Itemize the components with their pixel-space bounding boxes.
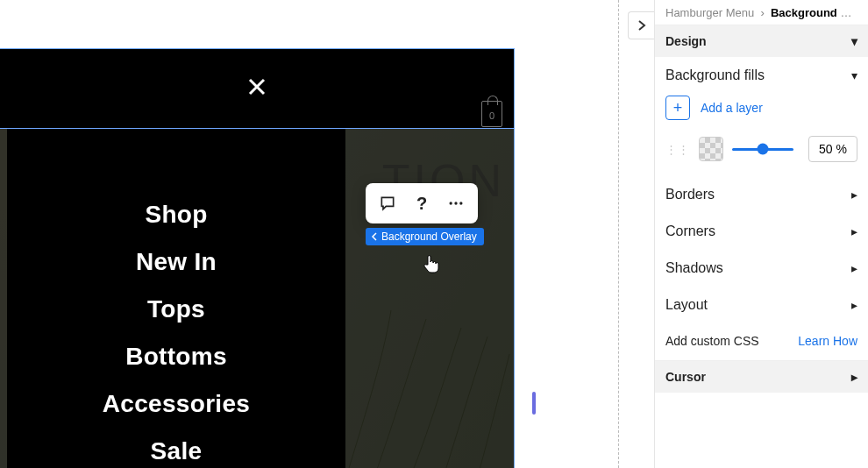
borders-label: Borders	[665, 187, 715, 202]
breadcrumb-parent[interactable]: Hamburger Menu	[665, 6, 754, 19]
caret-down-icon: ▾	[851, 68, 857, 82]
menu-item-new-in[interactable]: New In	[7, 238, 345, 286]
fill-layer-row: ⋮⋮	[655, 127, 868, 176]
selection-label-pill[interactable]: Background Overlay	[366, 228, 484, 245]
device-frame-topbar	[0, 0, 514, 49]
corners-row[interactable]: Corners ▸	[655, 213, 868, 250]
opacity-slider[interactable]	[732, 148, 800, 151]
menu-item-shop[interactable]: Shop	[7, 191, 345, 238]
close-icon[interactable]	[246, 76, 267, 101]
background-fills-header[interactable]: Background fills ▾	[655, 57, 868, 87]
comment-icon[interactable]	[375, 191, 400, 216]
selection-label-text: Background Overlay	[381, 230, 477, 243]
menu-item-tops[interactable]: Tops	[7, 286, 345, 333]
shadows-row[interactable]: Shadows ▸	[655, 250, 868, 287]
shadows-label: Shadows	[665, 260, 723, 276]
menu-item-bottoms[interactable]: Bottoms	[7, 333, 345, 380]
panel-collapse-button[interactable]	[628, 11, 654, 39]
custom-css-label: Add custom CSS	[665, 334, 759, 348]
svg-point-2	[459, 202, 462, 204]
chevron-right-icon: ▸	[851, 298, 857, 312]
add-layer-row[interactable]: + Add a layer	[655, 87, 868, 127]
chevron-right-icon: ▸	[851, 370, 857, 384]
breadcrumb-current: Background Ove…	[771, 6, 868, 19]
selection-toolbar: ?	[366, 183, 478, 223]
chevron-right-icon: ▸	[851, 261, 857, 275]
borders-row[interactable]: Borders ▸	[655, 176, 868, 213]
plus-icon[interactable]: +	[665, 96, 690, 120]
svg-point-0	[449, 202, 452, 204]
menu-item-sale[interactable]: Sale	[7, 428, 345, 468]
chevron-right-icon	[637, 20, 647, 31]
design-section-header[interactable]: Design ▾	[655, 25, 868, 57]
layout-row[interactable]: Layout ▸	[655, 287, 868, 323]
caret-down-icon: ▾	[851, 34, 857, 48]
site-header-selected[interactable]	[0, 49, 514, 128]
cursor-section-header[interactable]: Cursor ▸	[655, 360, 868, 393]
svg-point-1	[454, 202, 457, 204]
cursor-section-title: Cursor	[665, 370, 706, 384]
background-fills-title: Background fills	[665, 67, 765, 83]
canvas-ruler-edge	[618, 0, 619, 468]
inspector-panel: Hamburger Menu › Background Ove… Design …	[654, 0, 868, 468]
chevron-right-icon: ▸	[851, 188, 857, 202]
add-layer-label: Add a layer	[701, 101, 763, 115]
corners-label: Corners	[665, 223, 715, 239]
editor-canvas[interactable]: TION 0 Shop New In Tops Bottoms Accessor…	[0, 0, 649, 468]
layout-label: Layout	[665, 297, 708, 313]
more-icon[interactable]	[444, 191, 468, 216]
canvas-scroll-indicator[interactable]	[532, 392, 536, 415]
opacity-slider-thumb[interactable]	[758, 144, 769, 155]
cart-icon[interactable]: 0	[481, 101, 502, 127]
menu-item-accessories[interactable]: Accessories	[7, 380, 345, 428]
drag-handle-icon[interactable]: ⋮⋮	[665, 143, 690, 156]
design-section-title: Design	[665, 34, 707, 48]
learn-how-link[interactable]: Learn How	[798, 334, 857, 348]
fill-swatch[interactable]	[699, 137, 723, 161]
chevron-left-icon	[371, 232, 380, 241]
chevron-right-icon: ▸	[851, 224, 857, 238]
hamburger-menu-list: Shop New In Tops Bottoms Accessories Sal…	[7, 191, 345, 468]
help-icon[interactable]: ?	[409, 191, 434, 216]
breadcrumb[interactable]: Hamburger Menu › Background Ove…	[655, 0, 868, 25]
cart-count: 0	[482, 110, 502, 121]
custom-css-row: Add custom CSS Learn How	[655, 323, 868, 358]
